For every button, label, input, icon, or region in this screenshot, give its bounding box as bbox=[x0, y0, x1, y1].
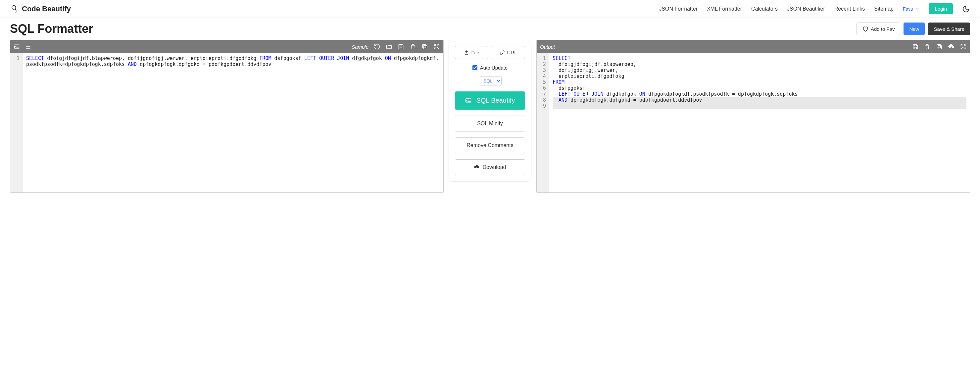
download-button[interactable]: Download bbox=[455, 159, 525, 175]
input-panel: Sample 1 SELECT dfoigjdfogijdf.blapweroe… bbox=[10, 40, 444, 193]
input-gutter: 1 bbox=[10, 53, 23, 192]
upload-icon bbox=[464, 50, 469, 55]
svg-point-1 bbox=[13, 6, 13, 7]
page-actions: Add to Fav New Save & Share bbox=[856, 22, 970, 35]
cloud-download-icon[interactable] bbox=[948, 43, 955, 50]
center-column: File URL Auto Update SQL SQL Beautify SQ… bbox=[449, 40, 531, 182]
svg-rect-3 bbox=[422, 45, 426, 48]
svg-rect-2 bbox=[424, 46, 427, 49]
favs-label: Favs bbox=[903, 6, 913, 11]
input-code[interactable]: SELECT dfoigjdfogijdf.blapweroep, dofijg… bbox=[23, 53, 443, 192]
page-title: SQL Formatter bbox=[10, 22, 93, 36]
sql-beautify-button[interactable]: SQL Beautify bbox=[455, 91, 525, 110]
download-label: Download bbox=[482, 164, 506, 170]
nav-calculators[interactable]: Calculators bbox=[751, 6, 778, 12]
new-button[interactable]: New bbox=[904, 22, 925, 35]
file-button[interactable]: File bbox=[455, 46, 488, 59]
output-code[interactable]: SELECTdfoigjdfogijdf.blapweroep,dofijgdo… bbox=[549, 53, 970, 192]
url-button[interactable]: URL bbox=[492, 46, 525, 59]
sample-label[interactable]: Sample bbox=[352, 44, 369, 50]
nav-links: JSON Formatter XML Formatter Calculators… bbox=[659, 3, 970, 14]
logo[interactable]: Code Beautify bbox=[10, 4, 71, 14]
nav-xml-formatter[interactable]: XML Formatter bbox=[707, 6, 742, 12]
svg-rect-4 bbox=[938, 46, 942, 49]
indent-icon bbox=[465, 97, 472, 104]
save-icon[interactable] bbox=[398, 43, 404, 50]
copy-icon[interactable] bbox=[936, 43, 943, 50]
language-select[interactable]: SQL bbox=[479, 77, 501, 85]
login-button[interactable]: Login bbox=[929, 3, 953, 14]
nav-recent-links[interactable]: Recent Links bbox=[834, 6, 865, 12]
nav-sitemap[interactable]: Sitemap bbox=[874, 6, 894, 12]
output-gutter: 123456789 bbox=[537, 53, 549, 192]
cloud-download-icon bbox=[474, 164, 480, 170]
chevron-down-icon bbox=[915, 6, 920, 11]
page-header: SQL Formatter Add to Fav New Save & Shar… bbox=[0, 18, 980, 40]
auto-update-toggle[interactable]: Auto Update bbox=[455, 65, 525, 70]
trash-icon[interactable] bbox=[410, 43, 416, 50]
remove-comments-button[interactable]: Remove Comments bbox=[455, 137, 525, 153]
sql-minify-button[interactable]: SQL Minify bbox=[455, 116, 525, 131]
history-icon[interactable] bbox=[374, 43, 380, 50]
save-icon[interactable] bbox=[912, 43, 919, 50]
nav-favs[interactable]: Favs bbox=[903, 6, 920, 11]
center-card: File URL Auto Update SQL SQL Beautify SQ… bbox=[449, 40, 531, 182]
indent-icon[interactable] bbox=[14, 43, 20, 50]
svg-rect-5 bbox=[937, 45, 940, 48]
file-label: File bbox=[471, 50, 479, 55]
copy-icon[interactable] bbox=[422, 43, 428, 50]
beautify-label: SQL Beautify bbox=[476, 97, 515, 104]
brand-icon bbox=[10, 4, 19, 14]
list-icon[interactable] bbox=[25, 43, 32, 50]
expand-icon[interactable] bbox=[433, 43, 440, 50]
output-toolbar: Output bbox=[537, 40, 970, 53]
nav-json-beautifier[interactable]: JSON Beautifier bbox=[787, 6, 825, 12]
output-panel: Output 123456789 SELECTdfoigjdfogijdf.bl… bbox=[536, 40, 970, 193]
output-label: Output bbox=[540, 44, 555, 50]
auto-update-checkbox[interactable] bbox=[473, 65, 477, 70]
input-toolbar: Sample bbox=[10, 40, 443, 53]
input-editor[interactable]: 1 SELECT dfoigjdfogijdf.blapweroep, dofi… bbox=[10, 53, 443, 192]
add-to-fav-button[interactable]: Add to Fav bbox=[856, 22, 900, 35]
url-label: URL bbox=[507, 50, 517, 55]
main-layout: Sample 1 SELECT dfoigjdfogijdf.blapweroe… bbox=[0, 40, 980, 199]
svg-point-0 bbox=[12, 5, 16, 9]
folder-icon[interactable] bbox=[386, 43, 392, 50]
save-share-button[interactable]: Save & Share bbox=[928, 22, 970, 35]
expand-icon[interactable] bbox=[960, 43, 966, 50]
link-icon bbox=[500, 50, 505, 55]
top-bar: Code Beautify JSON Formatter XML Formatt… bbox=[0, 0, 980, 18]
auto-update-label: Auto Update bbox=[480, 65, 508, 70]
dark-mode-icon[interactable] bbox=[962, 5, 970, 13]
nav-json-formatter[interactable]: JSON Formatter bbox=[659, 6, 697, 12]
brand-text: Code Beautify bbox=[22, 5, 71, 13]
trash-icon[interactable] bbox=[924, 43, 931, 50]
add-to-fav-label: Add to Fav bbox=[871, 26, 895, 32]
heart-icon bbox=[862, 26, 869, 32]
output-editor[interactable]: 123456789 SELECTdfoigjdfogijdf.blapweroe… bbox=[537, 53, 970, 192]
